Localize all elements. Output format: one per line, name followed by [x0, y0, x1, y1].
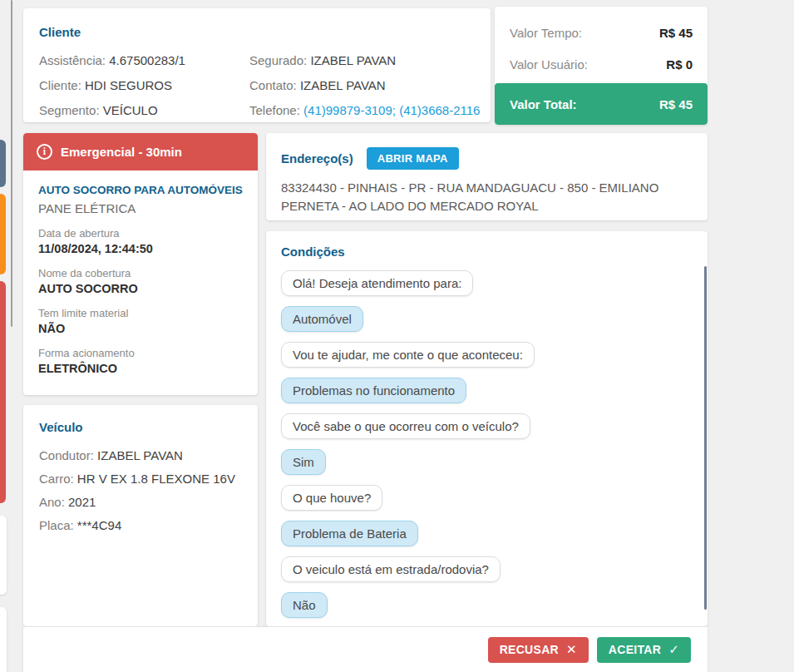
decline-label: RECUSAR: [500, 643, 559, 656]
field-label: Cliente:: [39, 78, 85, 92]
priority-bar-red: [0, 281, 6, 503]
field-value: IZABEL PAVAN: [97, 448, 183, 462]
accept-button[interactable]: ACEITAR ✓: [597, 637, 691, 663]
client-card-title: Cliente: [39, 25, 474, 39]
detail-value: NÃO: [38, 322, 243, 335]
field-row: Assistência: 4.67500283/1: [39, 48, 249, 73]
field-value: VEÍCULO: [103, 103, 158, 117]
chat-bubble-text: Automóvel: [293, 312, 352, 326]
address-card: Endereço(s) ABRIR MAPA 83324430 - PINHAI…: [266, 133, 708, 220]
chat-bubble: Sim: [281, 449, 326, 475]
vehicle-card: Veículo Condutor: IZABEL PAVAN Carro: HR…: [23, 405, 258, 626]
chat-bubble: Vou te ajudar, me conte o que aconteceu:: [281, 342, 535, 368]
detail-label: Forma acionamento: [38, 347, 243, 359]
chat-bubble-text: O veiculo está em estrada/rodovia?: [293, 562, 489, 576]
left-card-stub: [0, 516, 7, 595]
detail-value: AUTO SOCORRO: [38, 282, 243, 295]
chat-bubble-text: Olá! Deseja atendimento para:: [293, 276, 461, 290]
chat-bubble: Você sabe o que ocorreu com o veículo?: [281, 413, 530, 439]
chat-bubble: O que houve?: [281, 485, 382, 511]
field-value: HR V EX 1.8 FLEXONE 16V: [77, 472, 235, 486]
client-fields-left: Assistência: 4.67500283/1 Cliente: HDI S…: [39, 48, 249, 122]
service-card: i Emergencial - 30min AUTO SOCORRO PARA …: [23, 133, 258, 395]
chat-bubble: Não: [281, 592, 328, 618]
footer-action-bar: RECUSAR ✕ ACEITAR ✓: [23, 626, 708, 672]
field-value: IZABEL PAVAN: [300, 78, 386, 92]
detail-block: Data de abertura 11/08/2024, 12:44:50: [38, 227, 243, 255]
field-value: ***4C94: [77, 518, 121, 532]
chat-bubble-text: Problema de Bateria: [293, 526, 407, 541]
detail-value: ELETRÔNICO: [38, 362, 243, 375]
chat-bubble: Olá! Deseja atendimento para:: [281, 270, 473, 296]
accept-label: ACEITAR: [609, 643, 661, 656]
open-map-button[interactable]: ABRIR MAPA: [367, 147, 459, 170]
detail-label: Data de abertura: [38, 227, 243, 240]
address-text: 83324430 - PINHAIS - PR - RUA MANDAGUACU…: [281, 179, 693, 215]
emergency-label: Emergencial - 30min: [61, 145, 182, 159]
value-total-bar: Valor Total: R$ 45: [495, 83, 708, 125]
check-icon: ✓: [668, 642, 679, 657]
field-row: Segmento: VEÍCULO: [39, 98, 249, 122]
chat-bubble: Automóvel: [281, 306, 363, 332]
value-label: Valor Usuário:: [510, 57, 588, 72]
field-row: Condutor: IZABEL PAVAN: [39, 444, 243, 467]
conditions-card-title: Condições: [281, 245, 693, 259]
chat-bubble-text: Não: [293, 598, 316, 612]
field-value: (41)99879-3109; (41)3668-2116: [303, 103, 480, 117]
field-row: Ano: 2021: [39, 491, 243, 514]
value-total-label: Valor Total:: [510, 97, 577, 111]
field-label: Assistência:: [39, 53, 109, 67]
field-label: Carro:: [39, 472, 77, 486]
close-icon: ✕: [566, 642, 577, 657]
chat-bubble-text: O que houve?: [293, 491, 371, 505]
field-label: Segurado:: [249, 53, 310, 67]
field-row: Carro: HR V EX 1.8 FLEXONE 16V: [39, 467, 243, 491]
chat-bubble-text: Problemas no funcionamento: [293, 383, 455, 398]
emergency-header: i Emergencial - 30min: [23, 133, 258, 170]
info-icon: i: [37, 144, 52, 160]
detail-block: Forma acionamento ELETRÔNICO: [38, 347, 243, 375]
chat-bubble: Problema de Bateria: [281, 521, 418, 546]
field-label: Ano:: [39, 495, 68, 509]
vehicle-card-title: Veículo: [39, 420, 243, 434]
value-row: Valor Usuário: R$ 0: [510, 48, 693, 80]
left-panel-scrollbar[interactable]: [11, 0, 12, 327]
client-fields-right: Segurado: IZABEL PAVAN Contato: IZABEL P…: [249, 48, 480, 122]
chat-bubble-text: Sim: [293, 455, 314, 469]
vehicle-fields: Condutor: IZABEL PAVAN Carro: HR V EX 1.…: [39, 444, 243, 537]
chat-bubble-text: Vou te ajudar, me conte o que aconteceu:: [293, 348, 523, 362]
field-label: Telefone:: [249, 103, 303, 117]
field-row: Contato: IZABEL PAVAN: [249, 73, 480, 98]
chat-bubble-text: Você sabe o que ocorreu com o veículo?: [293, 419, 519, 433]
field-label: Segmento:: [39, 103, 103, 117]
conditions-card: Condições Olá! Deseja atendimento para: …: [266, 231, 708, 626]
priority-bar-orange: [0, 194, 6, 274]
field-label: Condutor:: [39, 448, 97, 462]
field-value: IZABEL PAVAN: [310, 53, 396, 67]
values-rows: Valor Tempo: R$ 45 Valor Usuário: R$ 0: [510, 17, 693, 80]
field-row: Placa: ***4C94: [39, 514, 243, 537]
chat-messages: Olá! Deseja atendimento para: Automóvel …: [281, 270, 693, 618]
detail-label: Nome da cobertura: [38, 267, 243, 279]
value-total-amount: R$ 45: [659, 97, 693, 111]
priority-bar-slate: [0, 140, 6, 187]
values-card: Valor Tempo: R$ 45 Valor Usuário: R$ 0 V…: [495, 7, 708, 125]
field-label: Placa:: [39, 518, 77, 532]
service-name: AUTO SOCORRO PARA AUTOMÓVEIS: [38, 184, 243, 196]
value-label: Valor Tempo:: [510, 26, 582, 40]
field-row: Cliente: HDI SEGUROS: [39, 73, 249, 98]
field-value: 2021: [68, 495, 96, 509]
field-row: Segurado: IZABEL PAVAN: [249, 48, 480, 73]
chat-scrollbar[interactable]: [704, 266, 707, 610]
chat-bubble: O veiculo está em estrada/rodovia?: [281, 556, 501, 582]
value-amount: R$ 0: [666, 57, 693, 72]
detail-label: Tem limite material: [38, 307, 243, 319]
client-card: Cliente Assistência: 4.67500283/1 Client…: [23, 8, 491, 122]
detail-block: Nome da cobertura AUTO SOCORRO: [38, 267, 243, 295]
decline-button[interactable]: RECUSAR ✕: [488, 637, 589, 663]
left-card-stub: [0, 607, 7, 672]
field-label: Contato:: [249, 78, 300, 92]
address-card-title: Endereço(s): [281, 151, 353, 166]
detail-block: Tem limite material NÃO: [38, 307, 243, 335]
service-details: Data de abertura 11/08/2024, 12:44:50 No…: [38, 227, 243, 375]
